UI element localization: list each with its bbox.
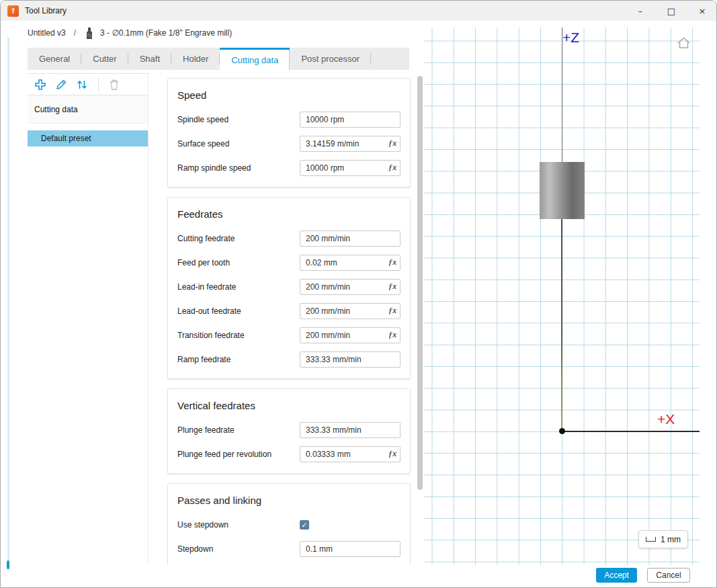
fx-icon[interactable]: ƒx bbox=[388, 138, 396, 149]
edit-preset-icon[interactable] bbox=[55, 79, 67, 91]
x-axis-label: +X bbox=[657, 411, 675, 427]
ramp-feedrate-input[interactable] bbox=[300, 351, 400, 368]
x-axis-line bbox=[562, 431, 700, 432]
surface-speed-input[interactable] bbox=[300, 136, 400, 152]
tool-shank bbox=[540, 162, 585, 219]
section-vertical-feedrates: Vertical feedrates Plunge feedrate Plung… bbox=[167, 388, 411, 474]
add-preset-icon[interactable] bbox=[34, 79, 46, 91]
section-title: Speed bbox=[177, 89, 400, 101]
feed-per-tooth-input[interactable] bbox=[300, 255, 400, 271]
breadcrumb: Untitled v3 / 3 - ∅0.1mm (Fake 1/8" Engr… bbox=[28, 26, 232, 40]
preset-toolbar bbox=[28, 73, 148, 95]
breadcrumb-tool-name: 3 - ∅0.1mm (Fake 1/8" Engrave mill) bbox=[100, 28, 232, 38]
scale-label: 1 mm bbox=[661, 535, 681, 544]
field-label: Plunge feedrate bbox=[177, 425, 235, 435]
tab-bar: General Cutter Shaft Holder Cutting data… bbox=[28, 48, 409, 70]
section-title: Feedrates bbox=[177, 208, 400, 220]
section-title: Passes and linking bbox=[177, 495, 400, 506]
preset-item-default[interactable]: Default preset bbox=[28, 130, 148, 146]
tab-cutting-data[interactable]: Cutting data bbox=[220, 48, 290, 70]
delete-preset-icon[interactable] bbox=[109, 79, 120, 91]
scale-indicator: 1 mm bbox=[638, 530, 688, 548]
breadcrumb-separator: / bbox=[74, 28, 76, 38]
z-axis-label: +Z bbox=[562, 30, 579, 46]
field-label: Spindle speed bbox=[177, 115, 228, 124]
field-label: Ramp feedrate bbox=[177, 355, 230, 364]
lead-out-feedrate-input[interactable] bbox=[300, 303, 400, 319]
form-scrollbar[interactable] bbox=[417, 76, 423, 490]
toolbar-divider bbox=[98, 78, 99, 91]
fx-icon[interactable]: ƒx bbox=[388, 305, 396, 316]
field-label: Plunge feed per revolution bbox=[177, 450, 271, 459]
end-mill-icon bbox=[85, 28, 93, 39]
lead-in-feedrate-input[interactable] bbox=[300, 279, 400, 295]
fx-icon[interactable]: ƒx bbox=[388, 162, 396, 173]
breadcrumb-document[interactable]: Untitled v3 bbox=[28, 28, 66, 38]
fx-icon[interactable]: ƒx bbox=[388, 448, 396, 459]
dialog-left-scroll-thumb[interactable] bbox=[7, 560, 9, 569]
use-stepdown-checkbox[interactable]: ✓ bbox=[300, 520, 309, 530]
tool-preview-viewport[interactable]: +Z +X 1 mm bbox=[424, 28, 700, 565]
field-label: Surface speed bbox=[177, 139, 229, 149]
section-speed: Speed Spindle speed Surface speed ƒx Ram… bbox=[167, 78, 411, 187]
titlebar: f Tool Library – □ × bbox=[1, 1, 717, 21]
tab-general[interactable]: General bbox=[28, 48, 81, 70]
field-label: Lead-out feedrate bbox=[177, 306, 241, 316]
tab-cutter[interactable]: Cutter bbox=[81, 48, 128, 70]
tool-cutter-tip bbox=[561, 219, 562, 431]
cancel-button[interactable]: Cancel bbox=[647, 568, 690, 583]
fx-icon[interactable]: ƒx bbox=[388, 329, 396, 340]
field-label: Ramp spindle speed bbox=[177, 163, 251, 173]
ramp-spindle-speed-input[interactable] bbox=[300, 160, 400, 176]
accept-button[interactable]: Accept bbox=[596, 568, 637, 583]
dialog-left-scroll-track bbox=[7, 38, 9, 569]
check-icon: ✓ bbox=[301, 521, 307, 530]
maximize-button[interactable]: □ bbox=[656, 1, 687, 21]
section-title: Vertical feedrates bbox=[177, 400, 400, 411]
section-feedrates: Feedrates Cutting feedrate Feed per toot… bbox=[167, 197, 411, 379]
fx-icon[interactable]: ƒx bbox=[388, 257, 396, 267]
fusion-logo-icon: f bbox=[7, 5, 19, 17]
plunge-feed-per-rev-input[interactable] bbox=[300, 446, 400, 462]
home-view-icon[interactable] bbox=[676, 36, 691, 52]
field-label: Stepdown bbox=[177, 544, 213, 554]
scale-bracket-icon bbox=[646, 537, 656, 542]
preset-list-header: Cutting data bbox=[28, 95, 148, 124]
stepdown-input[interactable] bbox=[300, 541, 400, 557]
tab-post-processor[interactable]: Post processor bbox=[290, 48, 371, 70]
field-label: Lead-in feedrate bbox=[177, 282, 236, 292]
window-title: Tool Library bbox=[25, 6, 67, 15]
field-label: Transition feedrate bbox=[177, 331, 245, 340]
tab-holder[interactable]: Holder bbox=[171, 48, 220, 70]
reorder-presets-icon[interactable] bbox=[76, 79, 88, 91]
tab-shaft[interactable]: Shaft bbox=[128, 48, 171, 70]
field-label: Use stepdown bbox=[177, 520, 228, 530]
transition-feedrate-input[interactable] bbox=[300, 327, 400, 343]
field-label: Feed per tooth bbox=[177, 258, 230, 267]
tool-tip-point bbox=[559, 428, 565, 434]
minimize-button[interactable]: – bbox=[625, 1, 656, 21]
preset-sidebar: Cutting data Default preset bbox=[28, 73, 149, 564]
field-label: Cutting feedrate bbox=[177, 234, 235, 243]
spindle-speed-input[interactable] bbox=[300, 112, 400, 128]
cutting-feedrate-input[interactable] bbox=[300, 230, 400, 247]
close-button[interactable]: × bbox=[687, 1, 717, 21]
plunge-feedrate-input[interactable] bbox=[300, 422, 400, 438]
section-passes-linking: Passes and linking Use stepdown ✓ Stepdo… bbox=[167, 483, 411, 565]
fx-icon[interactable]: ƒx bbox=[388, 281, 396, 292]
cutting-data-form: Speed Spindle speed Surface speed ƒx Ram… bbox=[167, 73, 411, 565]
